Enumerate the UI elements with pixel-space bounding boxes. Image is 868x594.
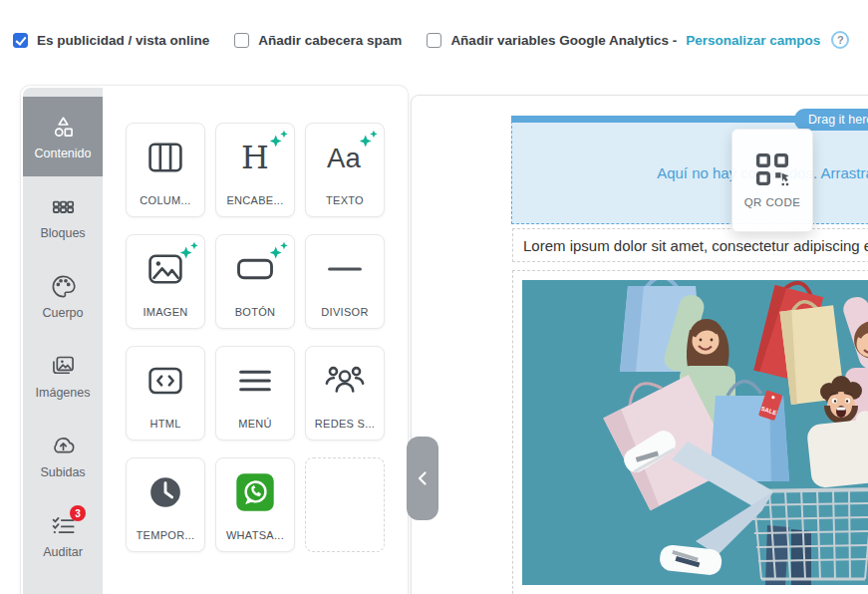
option-google-analytics: Añadir variables Google Analytics - Pers… <box>427 31 849 49</box>
drag-it-here-tag: Drag it here <box>794 109 868 131</box>
columns-icon <box>144 136 187 179</box>
block-tile-label: COLUM... <box>140 194 190 206</box>
block-tile-label: TEXTO <box>326 194 364 206</box>
block-tile-label: WHATSA... <box>226 529 284 541</box>
sidebar-item-label: Bloques <box>40 226 85 240</box>
grid-blocks-icon <box>50 193 77 220</box>
hamburger-menu-icon <box>233 359 277 403</box>
block-tile-redes-sociales[interactable]: REDES S... <box>305 346 385 441</box>
sidebar-item-subidas[interactable]: Subidas <box>23 416 103 495</box>
sidebar-item-imagenes[interactable]: Imágenes <box>23 336 103 416</box>
block-tile-empty-slot <box>305 457 385 552</box>
qr-card-label: QR CODE <box>744 196 800 208</box>
image-content-block[interactable]: SALE <box>512 270 868 594</box>
block-tile-boton[interactable]: BOTÓN <box>215 234 295 329</box>
sidebar-item-auditar[interactable]: 3 Auditar <box>23 495 103 575</box>
email-editor-app: Es publicidad / vista online Añadir cabe… <box>0 0 868 594</box>
qr-code-icon <box>755 152 789 186</box>
block-tile-menu[interactable]: MENÚ <box>215 346 295 441</box>
block-tile-label: HTML <box>149 418 180 430</box>
sidebar-item-label: Auditar <box>43 545 83 559</box>
block-tile-divisor[interactable]: DIVISOR <box>305 234 385 329</box>
option-label: Añadir variables Google Analytics - <box>450 33 677 48</box>
block-tile-encabezado[interactable]: H ENCABE... <box>215 123 295 217</box>
block-tile-imagen[interactable]: IMAGEN <box>126 234 205 329</box>
svg-text:H: H <box>241 139 269 176</box>
sidebar-item-label: Contenido <box>35 147 92 160</box>
block-tile-html[interactable]: HTML <box>126 346 205 441</box>
block-tile-whatsapp[interactable]: WHATSA... <box>215 457 295 552</box>
empty-dropzone[interactable]: Drag it here Aquí no hay contenidos. Arr… <box>511 116 868 224</box>
ai-sparkle-icon <box>178 240 200 262</box>
block-tile-label: DIVISOR <box>321 306 368 318</box>
text-content-block[interactable]: Lorem ipsum dolor sit amet, consectetur … <box>512 228 868 262</box>
images-icon <box>50 353 77 380</box>
sidebar-item-label: Imágenes <box>36 386 91 400</box>
block-tile-columnas[interactable]: COLUM... <box>126 123 205 217</box>
code-icon <box>144 359 187 403</box>
sidebar-item-label: Cuerpo <box>43 306 84 320</box>
block-tile-label: TEMPOR... <box>137 529 195 541</box>
option-label: Es publicidad / vista online <box>37 33 209 48</box>
content-blocks-panel: Contenido Bloques Cuerpo <box>20 85 409 594</box>
sidebar-item-label: Subidas <box>40 465 85 479</box>
whatsapp-icon <box>233 470 277 514</box>
sidebar-item-contenido[interactable]: Contenido <box>23 97 103 176</box>
block-tile-label: IMAGEN <box>143 306 187 318</box>
sidebar-item-cuerpo[interactable]: Cuerpo <box>23 256 103 336</box>
panel-collapse-handle[interactable] <box>407 437 438 520</box>
block-tile-texto[interactable]: Aa TEXTO <box>305 123 385 217</box>
ai-sparkle-icon <box>358 129 380 150</box>
chevron-left-icon <box>416 469 430 487</box>
block-tile-label: BOTÓN <box>235 306 276 318</box>
qr-code-dragged-tile[interactable]: QR CODE <box>731 129 813 232</box>
block-tile-label: ENCABE... <box>226 194 283 206</box>
divider-icon <box>323 247 367 291</box>
cloud-upload-icon <box>50 433 77 459</box>
help-icon[interactable]: ? <box>831 31 849 49</box>
ai-sparkle-icon <box>268 240 290 262</box>
svg-text:Aa: Aa <box>327 143 361 173</box>
social-people-icon <box>323 359 367 403</box>
top-toolbar: Es publicidad / vista online Añadir cabe… <box>13 31 868 49</box>
block-tile-temporizador[interactable]: TEMPOR... <box>126 457 205 552</box>
checkbox-cabecera-spam[interactable] <box>234 33 249 48</box>
option-cabecera-spam: Añadir cabecera spam <box>234 33 402 48</box>
lorem-text: Lorem ipsum dolor sit amet, consectetur … <box>523 237 868 254</box>
checkbox-google-analytics[interactable] <box>427 33 441 48</box>
option-es-publicidad: Es publicidad / vista online <box>13 33 209 48</box>
shapes-icon <box>50 114 77 141</box>
palette-icon <box>50 273 77 300</box>
block-tile-label: MENÚ <box>238 418 272 430</box>
editor-sidebar: Contenido Bloques Cuerpo <box>23 88 103 594</box>
email-canvas-panel: Drag it here Aquí no hay contenidos. Arr… <box>411 95 868 594</box>
ai-sparkle-icon <box>268 129 290 150</box>
checkbox-es-publicidad[interactable] <box>13 33 28 48</box>
audit-count-badge: 3 <box>70 505 86 521</box>
campaign-photo: SALE <box>522 280 868 585</box>
block-tile-label: REDES S... <box>315 418 375 430</box>
blocks-grid: COLUM... H ENCABE... Aa <box>126 123 385 552</box>
personalizar-campos-link[interactable]: Personalizar campos <box>686 33 820 48</box>
option-label: Añadir cabecera spam <box>258 33 402 48</box>
sidebar-item-bloques[interactable]: Bloques <box>23 176 103 256</box>
timer-clock-icon <box>144 470 187 514</box>
